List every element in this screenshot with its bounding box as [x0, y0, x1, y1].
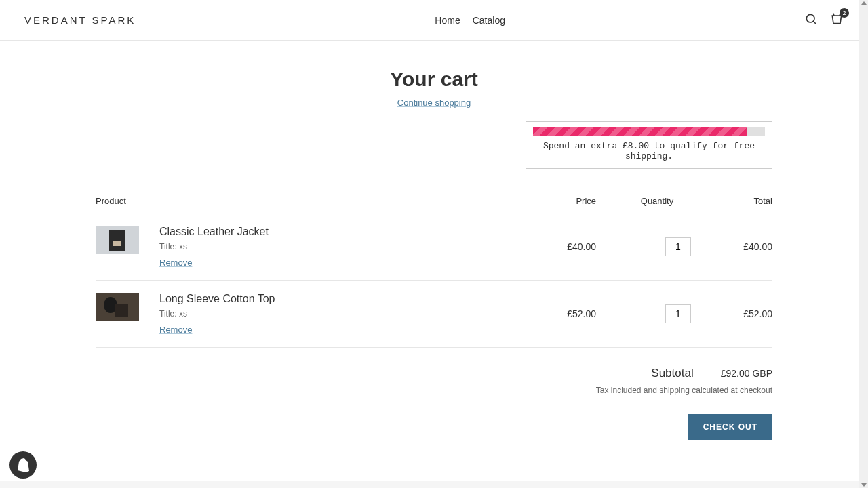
- product-price: £52.00: [515, 308, 596, 319]
- product-details: Long Sleeve Cotton Top Title: xs Remove: [159, 293, 275, 335]
- product-image[interactable]: [96, 293, 139, 321]
- remove-link[interactable]: Remove: [159, 258, 192, 268]
- product-price: £40.00: [515, 241, 596, 252]
- cart-page: Your cart Continue shopping Spend an ext…: [96, 41, 772, 481]
- svg-rect-4: [113, 241, 121, 246]
- product-variant: Title: xs: [159, 309, 275, 319]
- product-image[interactable]: [96, 226, 139, 254]
- cart-icon[interactable]: 2: [830, 12, 844, 28]
- shipping-progress-bar: [533, 127, 765, 136]
- product-total: £40.00: [691, 241, 772, 252]
- shipping-progress-fill: [533, 127, 747, 136]
- svg-point-0: [806, 14, 814, 22]
- quantity-input[interactable]: [665, 304, 691, 323]
- header-product: Product: [96, 196, 515, 206]
- product-name[interactable]: Classic Leather Jacket: [159, 226, 269, 238]
- subtotal-row: Subtotal £92.00 GBP: [96, 367, 772, 380]
- subtotal-label: Subtotal: [651, 367, 693, 380]
- product-cell: Long Sleeve Cotton Top Title: xs Remove: [96, 293, 515, 335]
- nav-home[interactable]: Home: [435, 15, 460, 26]
- main-nav: Home Catalog: [435, 15, 505, 26]
- continue-shopping-link[interactable]: Continue shopping: [96, 98, 772, 108]
- quantity-input[interactable]: [665, 237, 691, 256]
- search-icon[interactable]: [804, 12, 818, 28]
- scrollbar[interactable]: [859, 0, 868, 488]
- product-name[interactable]: Long Sleeve Cotton Top: [159, 293, 275, 305]
- subtotal-value: £92.00 GBP: [721, 368, 772, 379]
- cart-count-badge: 2: [840, 8, 849, 18]
- header-quantity: Quantity: [596, 196, 691, 206]
- shipping-message: Spend an extra £8.00 to qualify for free…: [533, 141, 765, 161]
- product-variant: Title: xs: [159, 242, 269, 251]
- product-total: £52.00: [691, 308, 772, 319]
- page-title: Your cart: [96, 68, 772, 91]
- header-total: Total: [691, 196, 772, 206]
- free-shipping-notice: Spend an extra £8.00 to qualify for free…: [526, 121, 772, 169]
- tax-notice: Tax included and shipping calculated at …: [96, 386, 772, 395]
- cart-row: Classic Leather Jacket Title: xs Remove …: [96, 214, 772, 281]
- shopify-badge-icon[interactable]: [9, 451, 37, 479]
- header-price: Price: [515, 196, 596, 206]
- site-footer: Quick links Search Talk about your busin…: [0, 481, 868, 488]
- remove-link[interactable]: Remove: [159, 325, 192, 335]
- product-cell: Classic Leather Jacket Title: xs Remove: [96, 226, 515, 268]
- nav-catalog[interactable]: Catalog: [473, 15, 505, 26]
- brand-logo[interactable]: VERDANT SPARK: [24, 14, 136, 26]
- product-quantity: [596, 237, 691, 256]
- checkout-button[interactable]: CHECK OUT: [688, 414, 772, 440]
- product-quantity: [596, 304, 691, 323]
- header-actions: 2: [804, 12, 844, 28]
- cart-summary: Subtotal £92.00 GBP Tax included and shi…: [96, 367, 772, 440]
- svg-rect-7: [115, 304, 128, 317]
- cart-table-header: Product Price Quantity Total: [96, 189, 772, 214]
- cart-row: Long Sleeve Cotton Top Title: xs Remove …: [96, 281, 772, 348]
- product-details: Classic Leather Jacket Title: xs Remove: [159, 226, 269, 268]
- svg-line-1: [814, 22, 816, 24]
- site-header: VERDANT SPARK Home Catalog 2: [0, 0, 868, 41]
